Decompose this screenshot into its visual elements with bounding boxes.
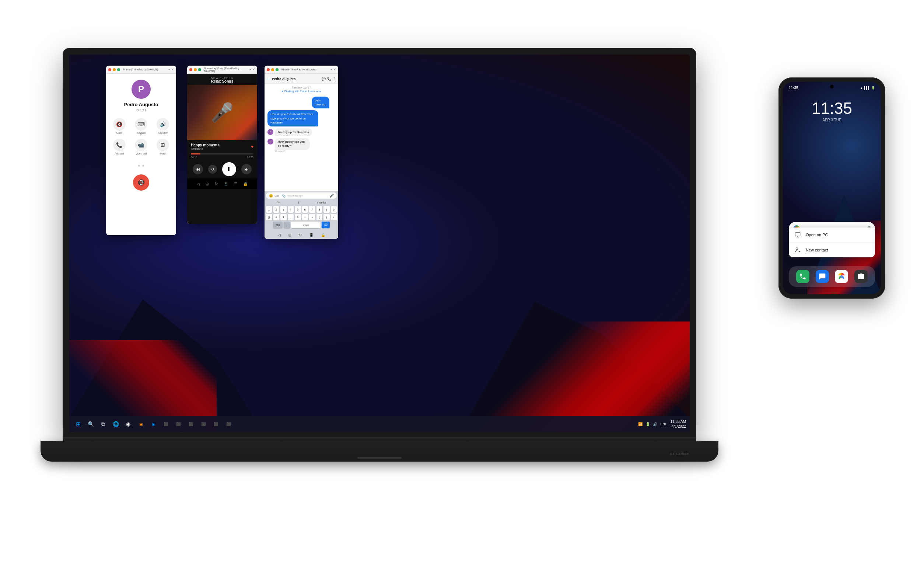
dock-phone-button[interactable] <box>796 270 809 283</box>
key-hash[interactable]: # <box>273 214 279 221</box>
max-dot-music[interactable] <box>198 68 201 71</box>
minimize-dot[interactable] <box>113 68 116 71</box>
rotate-nav-msg[interactable]: ↻ <box>299 233 302 237</box>
suggest-2[interactable]: I <box>298 201 299 204</box>
key-1[interactable]: 1 <box>266 206 272 213</box>
close-dot-music[interactable] <box>189 68 192 71</box>
video-call-label: Video call <box>136 152 147 155</box>
key-plus[interactable]: + <box>309 214 315 221</box>
dock-messages-button[interactable] <box>816 270 829 283</box>
dock-chrome-button[interactable] <box>835 270 848 283</box>
open-on-pc-button[interactable]: Open on PC <box>789 227 875 242</box>
lock-nav-btn[interactable]: 🔒 <box>243 182 247 186</box>
message-input-placeholder[interactable]: Text message <box>287 194 328 197</box>
key-3[interactable]: 3 <box>280 206 287 213</box>
network-icon[interactable]: 📶 <box>638 422 643 426</box>
home-nav-msg[interactable]: ◎ <box>288 233 292 237</box>
phone-nav-btn[interactable]: 📱 <box>224 182 228 186</box>
video-call-button[interactable]: 📹 Video call <box>131 139 150 155</box>
home-nav-btn[interactable]: ◎ <box>206 182 209 186</box>
moto-connect-2[interactable]: ▣ <box>148 419 159 429</box>
gif-icon[interactable]: GIF <box>275 194 280 198</box>
windows-start-button[interactable]: ⊞ <box>73 419 83 429</box>
app-icon-3[interactable]: ⬛ <box>186 419 196 429</box>
rotate-nav-btn[interactable]: ↻ <box>215 182 218 186</box>
min-dot-music[interactable] <box>194 68 197 71</box>
back-nav-btn[interactable]: ◁ <box>197 182 200 186</box>
suggest-1[interactable]: I'm <box>276 201 280 204</box>
key-underscore[interactable]: _ <box>288 214 294 221</box>
task-view-button[interactable]: ⧉ <box>98 419 108 429</box>
edge-icon[interactable]: 🌐 <box>110 419 121 429</box>
suggest-3[interactable]: Thanks <box>317 201 327 204</box>
mute-button[interactable]: 🔇 Mute <box>110 118 128 134</box>
progress-track <box>191 153 254 155</box>
key-comma[interactable]: , <box>284 222 290 228</box>
play-pause-button[interactable]: ⏸ <box>222 162 236 176</box>
key-6[interactable]: 6 <box>302 206 309 213</box>
key-lparen[interactable]: ( <box>316 214 323 221</box>
next-button[interactable]: ⏭ <box>241 164 252 175</box>
key-abc[interactable]: ABC <box>273 222 283 228</box>
close-icon-msg[interactable]: ✕ <box>333 68 336 71</box>
key-0[interactable]: 0 <box>331 206 337 213</box>
favorite-icon[interactable]: ♥ <box>251 144 254 149</box>
key-dollar[interactable]: $ <box>280 214 287 221</box>
back-button[interactable]: ← <box>267 77 270 81</box>
key-slash[interactable]: / <box>331 214 337 221</box>
chrome-icon[interactable]: ◉ <box>123 419 133 429</box>
phone-icon[interactable]: 📞 <box>327 77 331 81</box>
chat-icon[interactable]: 💬 <box>322 77 326 81</box>
phone-nav-msg[interactable]: 📱 <box>309 233 313 237</box>
key-9[interactable]: 9 <box>324 206 330 213</box>
voice-input-icon[interactable]: 🎤 <box>329 193 334 198</box>
key-enter[interactable]: ⌫ <box>322 222 330 228</box>
max-dot-msg[interactable] <box>276 68 278 71</box>
key-7[interactable]: 7 <box>309 206 315 213</box>
messages-window: Phone (ThinkPad by Motorola) ▾ ✕ ← Pedro… <box>264 66 338 239</box>
app-icon-1[interactable]: ⬛ <box>160 419 171 429</box>
close-dot-msg[interactable] <box>267 68 270 71</box>
volume-icon[interactable]: 🔊 <box>653 422 657 426</box>
key-8[interactable]: 8 <box>316 206 323 213</box>
close-dot[interactable] <box>108 68 111 71</box>
now-playing-section: Now Playing Relax Songs <box>187 74 257 85</box>
attach-icon[interactable]: 📎 <box>281 194 286 198</box>
end-call-button[interactable]: 📵 <box>133 175 149 191</box>
moto-connect-1[interactable]: ▣ <box>136 419 146 429</box>
messages-window-titlebar: Phone (ThinkPad by Motorola) ▾ ✕ <box>264 66 338 74</box>
previous-button[interactable]: ⏮ <box>193 164 203 175</box>
close-icon-music[interactable]: ✕ <box>252 68 255 71</box>
key-4[interactable]: 4 <box>288 206 294 213</box>
more-icon[interactable]: ⋮ <box>333 77 336 81</box>
emoji-icon[interactable]: 😊 <box>269 194 273 198</box>
speaker-button[interactable]: 🔊 Speaker <box>154 118 173 134</box>
app-icon-2[interactable]: ⬛ <box>173 419 183 429</box>
min-dot-msg[interactable] <box>271 68 274 71</box>
app-icon-6[interactable]: ⬛ <box>223 419 234 429</box>
music-window: Streaming Music (ThinkPad by Motorola) ▾… <box>187 66 257 224</box>
key-space[interactable]: space <box>291 222 321 228</box>
close-icon[interactable]: ✕ <box>171 68 174 71</box>
key-rparen[interactable]: ) <box>324 214 330 221</box>
hold-button[interactable]: ⊞ Hold <box>154 139 173 155</box>
lock-nav-msg[interactable]: 🔒 <box>321 233 325 237</box>
playlist-name: Relax Songs <box>191 79 254 83</box>
add-call-button[interactable]: 📞 Add call <box>110 139 128 155</box>
dock-camera-button[interactable] <box>854 270 867 283</box>
key-5[interactable]: 5 <box>295 206 301 213</box>
back-nav-msg[interactable]: ◁ <box>278 233 281 237</box>
key-amp[interactable]: & <box>295 214 301 221</box>
maximize-dot[interactable] <box>117 68 120 71</box>
key-at[interactable]: @ <box>266 214 272 221</box>
keypad-button[interactable]: ⌨ Keypad <box>131 118 150 134</box>
hold-label: Hold <box>160 152 165 155</box>
key-2[interactable]: 2 <box>273 206 279 213</box>
shuffle-button[interactable]: ↺ <box>208 165 217 174</box>
menu-nav-btn[interactable]: ☰ <box>234 182 237 186</box>
app-icon-4[interactable]: ⬛ <box>198 419 209 429</box>
taskbar-search-button[interactable]: 🔍 <box>86 419 96 429</box>
key-minus[interactable]: - <box>302 214 309 221</box>
app-icon-5[interactable]: ⬛ <box>211 419 221 429</box>
new-contact-button[interactable]: New contact <box>789 242 875 257</box>
